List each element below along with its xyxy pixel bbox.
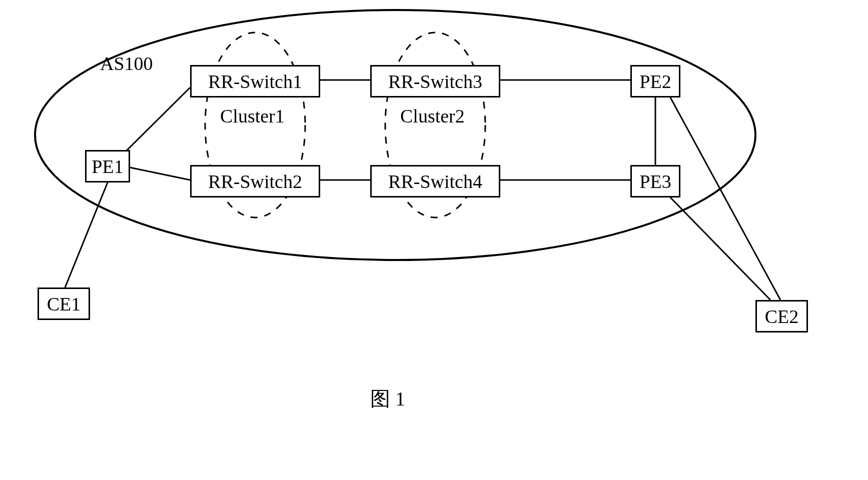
link-pe1-rr1 <box>122 88 190 155</box>
node-ce1: CE1 <box>38 288 90 320</box>
node-pe2: PE2 <box>630 65 680 98</box>
node-rr-switch4: RR-Switch4 <box>370 165 500 198</box>
node-pe3: PE3 <box>630 165 680 198</box>
link-pe3-ce2 <box>670 198 770 300</box>
link-pe1-rr2 <box>130 168 190 180</box>
cluster2-label: Cluster2 <box>400 105 465 127</box>
diagram-stage: AS100 Cluster1 Cluster2 PE1 RR-Switch1 R… <box>0 0 868 480</box>
link-pe2-ce2 <box>670 98 780 300</box>
node-ce2: CE2 <box>755 300 808 332</box>
node-pe1: PE1 <box>85 150 130 182</box>
figure-caption: 图 1 <box>370 385 405 412</box>
node-rr-switch3: RR-Switch3 <box>370 65 500 98</box>
node-rr-switch2: RR-Switch2 <box>190 165 320 198</box>
node-rr-switch1: RR-Switch1 <box>190 65 320 98</box>
as-label: AS100 <box>100 52 153 74</box>
cluster1-label: Cluster1 <box>220 105 285 127</box>
